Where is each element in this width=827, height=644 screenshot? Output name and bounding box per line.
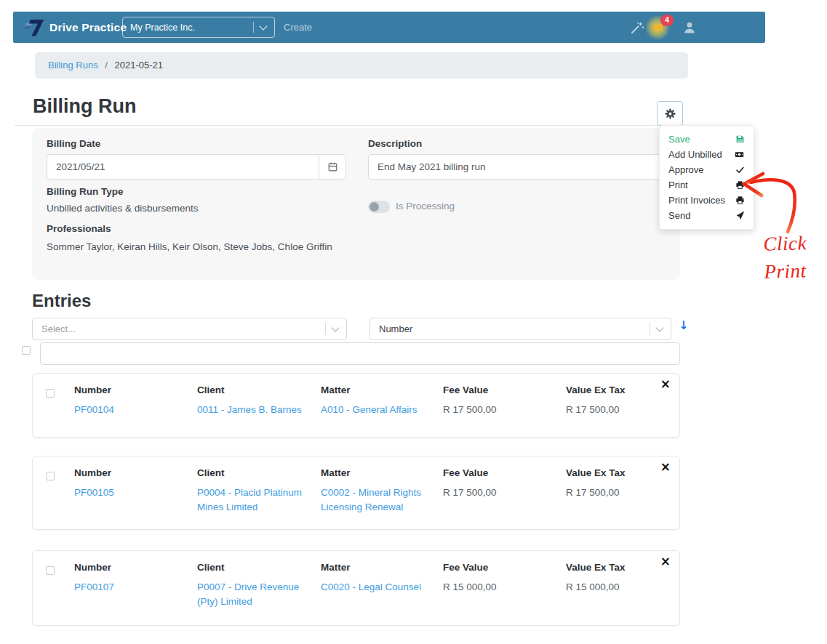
- entries-filter-select[interactable]: Select...: [32, 318, 347, 340]
- sort-direction-icon[interactable]: ↓: [679, 320, 688, 331]
- professionals-label: Professionals: [47, 223, 111, 234]
- is-processing-toggle[interactable]: [368, 201, 390, 213]
- gear-icon: [664, 108, 676, 120]
- entry-matter-link[interactable]: C0002 - Mineral Rights Licensing Renewal: [321, 486, 436, 514]
- divider: [650, 323, 650, 335]
- entry-card-2: Number PF00105 Client P0004 - Placid Pla…: [32, 456, 680, 530]
- entries-sort-field-select[interactable]: Number: [369, 318, 671, 340]
- breadcrumb-separator: /: [105, 60, 108, 71]
- calendar-picker-button[interactable]: [319, 154, 346, 180]
- entry-client-link[interactable]: P0007 - Drive Revenue (Pty) Limited: [197, 580, 313, 608]
- remove-entry-button[interactable]: ×: [659, 377, 672, 392]
- practice-selector-value: My Practice Inc.: [123, 23, 253, 33]
- entry-value-ex-tax: R 17 500,00: [566, 486, 664, 500]
- column-header-client: Client: [197, 467, 313, 478]
- breadcrumb-billing-runs-link[interactable]: Billing Runs: [48, 60, 98, 71]
- entries-search-input[interactable]: [40, 342, 680, 365]
- money-icon: [734, 150, 745, 159]
- column-header-value-ex-tax: Value Ex Tax: [566, 385, 664, 395]
- top-navbar: Drive Practice My Practice Inc. Create 4: [13, 12, 765, 43]
- check-icon: [735, 165, 745, 174]
- column-header-value-ex-tax: Value Ex Tax: [566, 562, 664, 573]
- entry-1-checkbox[interactable]: [46, 389, 55, 398]
- entry-card-1: Number PF00104 Client 0011 - James B. Ba…: [32, 373, 680, 438]
- menu-item-approve[interactable]: Approve: [660, 162, 754, 177]
- chevron-down-icon: [259, 22, 267, 30]
- menu-item-add-unbilled[interactable]: Add Unbilled: [660, 147, 754, 162]
- entry-card-3: Number PF00107 Client P0007 - Drive Reve…: [32, 550, 680, 626]
- menu-item-print-invoices[interactable]: Print Invoices: [660, 193, 754, 208]
- column-header-value-ex-tax: Value Ex Tax: [566, 467, 664, 478]
- column-header-fee-value: Fee Value: [443, 385, 538, 395]
- entry-number-link[interactable]: PF00104: [74, 403, 183, 417]
- save-icon: [735, 134, 745, 144]
- send-icon: [735, 211, 745, 220]
- column-header-client: Client: [197, 385, 313, 395]
- column-header-number: Number: [74, 467, 183, 478]
- practice-selector[interactable]: My Practice Inc.: [122, 17, 275, 38]
- page: Drive Practice My Practice Inc. Create 4: [0, 0, 827, 644]
- breadcrumb-current: 2021-05-21: [115, 60, 164, 71]
- breadcrumb: Billing Runs / 2021-05-21: [35, 52, 688, 79]
- nav-create-link[interactable]: Create: [284, 12, 312, 43]
- column-header-client: Client: [197, 562, 313, 573]
- description-input[interactable]: [368, 154, 666, 180]
- annotation-line1: Click: [763, 229, 807, 258]
- column-header-number: Number: [74, 385, 183, 395]
- billing-run-type-value: Unbilled activities & disbursements: [47, 203, 199, 214]
- printer-icon: [735, 180, 745, 190]
- annotation-line2: Print: [764, 257, 807, 286]
- billing-date-input[interactable]: [47, 154, 319, 180]
- select-all-checkbox[interactable]: [22, 346, 31, 355]
- billing-run-form-panel: Billing Date Description Billing Run Typ…: [32, 128, 680, 280]
- brand-name: Drive Practice: [49, 12, 127, 43]
- column-header-matter: Matter: [321, 562, 436, 573]
- entry-number-link[interactable]: PF00107: [74, 580, 183, 595]
- actions-gear-button[interactable]: [657, 101, 683, 126]
- entries-filter-placeholder: Select...: [33, 323, 325, 334]
- entry-number-link[interactable]: PF00105: [74, 486, 183, 500]
- entry-3-checkbox[interactable]: [46, 566, 55, 575]
- page-title: Billing Run: [33, 95, 136, 118]
- remove-entry-button[interactable]: ×: [659, 554, 672, 569]
- column-header-fee-value: Fee Value: [443, 467, 538, 478]
- entry-value-ex-tax: R 17 500,00: [566, 403, 664, 417]
- is-processing-label: Is Processing: [396, 201, 455, 212]
- menu-item-save[interactable]: Save: [660, 132, 754, 147]
- annotation-text: Click Print: [763, 229, 807, 286]
- divider: [253, 22, 254, 33]
- entry-matter-link[interactable]: C0020 - Legal Counsel: [321, 580, 436, 595]
- entry-2-checkbox[interactable]: [46, 472, 55, 480]
- actions-dropdown-menu: Save Add Unbilled Approve: [659, 125, 754, 230]
- entry-fee-value: R 15 000,00: [443, 580, 538, 595]
- menu-item-print[interactable]: Print: [660, 177, 754, 193]
- chevron-down-icon: [655, 323, 663, 331]
- menu-item-send[interactable]: Send: [660, 208, 754, 223]
- entry-client-link[interactable]: 0011 - James B. Barnes: [197, 403, 313, 417]
- column-header-number: Number: [74, 562, 183, 573]
- billing-run-type-label: Billing Run Type: [47, 186, 124, 197]
- drive-practice-logo-icon: [23, 18, 45, 37]
- billing-date-label: Billing Date: [47, 138, 100, 149]
- entry-matter-link[interactable]: A010 - General Affairs: [321, 403, 436, 417]
- entry-fee-value: R 17 500,00: [443, 486, 538, 500]
- column-header-fee-value: Fee Value: [443, 562, 538, 573]
- chevron-down-icon: [331, 323, 339, 331]
- professionals-value: Sommer Taylor, Keiran Hills, Keir Olson,…: [47, 241, 332, 252]
- printer-icon: [735, 196, 745, 205]
- column-header-matter: Matter: [321, 385, 436, 395]
- notification-badge: 4: [660, 15, 674, 26]
- divider: [325, 323, 326, 335]
- user-profile-icon[interactable]: [682, 20, 697, 35]
- title-divider: [15, 125, 688, 126]
- entry-fee-value: R 17 500,00: [443, 403, 538, 417]
- magic-wand-icon[interactable]: [630, 20, 644, 35]
- toggle-knob: [369, 202, 379, 212]
- remove-entry-button[interactable]: ×: [659, 459, 672, 475]
- calendar-icon: [327, 161, 338, 172]
- description-label: Description: [368, 138, 422, 149]
- entries-title: Entries: [32, 291, 91, 311]
- entry-value-ex-tax: R 15 000,00: [566, 580, 664, 595]
- column-header-matter: Matter: [321, 467, 436, 478]
- entry-client-link[interactable]: P0004 - Placid Platinum Mines Limited: [197, 486, 313, 514]
